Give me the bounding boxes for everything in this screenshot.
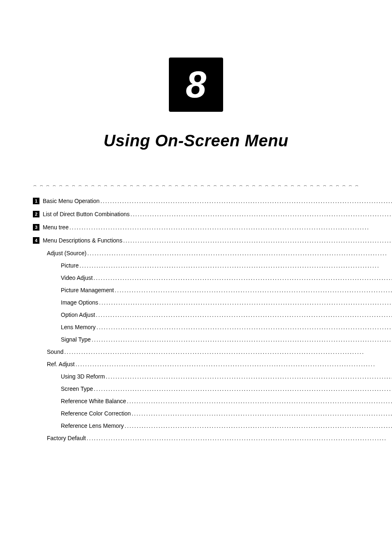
toc-leader-dots	[115, 287, 392, 293]
toc-section-number-badge: 3	[33, 224, 39, 231]
toc-entry-label: 2 List of Direct Button Combinations	[33, 211, 130, 217]
toc-entry-text: Option Adjust	[61, 312, 95, 318]
toc-entry-label: Lens Memory	[61, 324, 96, 330]
toc-entry-label: Screen Type	[61, 386, 93, 392]
toc-row: Reference Lens Memory 8-13	[33, 423, 392, 429]
toc-leader-dots	[96, 312, 392, 318]
toc-entry-text: Menu tree	[43, 224, 69, 231]
toc-row: Adjust (Source) 8-8	[33, 250, 392, 256]
toc-row: Ref. Adjust 8-12	[33, 361, 392, 367]
toc-entry-text: Reference Lens Memory	[61, 422, 124, 429]
toc-entry-label: 4 Menu Descriptions & Functions	[33, 237, 122, 244]
toc-row: Image Options 8-10	[33, 300, 392, 305]
toc-entry-text: Reference White Balance	[61, 398, 126, 404]
toc-entry-label: Picture Management	[61, 287, 114, 293]
chapter-number: 8	[186, 64, 206, 106]
toc-section-number-badge: 4	[33, 237, 39, 244]
toc-entry-label: Reference Color Correction	[61, 411, 131, 416]
toc-entry-label: Image Options	[61, 300, 98, 305]
toc-entry-label: Sound	[47, 349, 63, 355]
toc-leader-dots	[100, 198, 392, 204]
toc-entry-text: Lens Memory	[61, 324, 96, 330]
toc-entry-label: Signal Type	[61, 337, 91, 342]
toc-entry-text: Picture	[61, 262, 79, 269]
toc-row: Lens Memory 8-11	[33, 324, 392, 330]
toc-leader-dots	[123, 238, 392, 243]
toc-leader-dots	[99, 300, 392, 305]
toc-leader-dots	[94, 386, 392, 392]
toc-entry-label: Using 3D Reform	[61, 374, 105, 379]
toc-row: 3 Menu tree 8-4	[33, 224, 392, 231]
toc-entry-text: Adjust (Source)	[47, 250, 86, 256]
toc-row: Reference Color Correction 8-12	[33, 411, 392, 416]
toc-row: Picture Management 8-9	[33, 287, 392, 293]
toc-row: Reference White Balance 8-12	[33, 398, 392, 404]
toc-row: Sound 8-11	[33, 349, 392, 355]
toc-column-left: 1 Basic Menu Operation 8-22 List of Dire…	[33, 198, 392, 448]
toc-row: Using 3D Reform 8-12	[33, 374, 392, 379]
toc-entry-text: Picture Management	[61, 287, 114, 293]
toc-leader-dots	[87, 435, 392, 441]
toc-entry-text: Sound	[47, 349, 63, 355]
toc-entry-label: Reference Lens Memory	[61, 423, 124, 429]
toc-entry-text: Screen Type	[61, 385, 93, 392]
toc-columns: 1 Basic Menu Operation 8-22 List of Dire…	[33, 198, 359, 448]
toc-entry-label: Picture	[61, 263, 79, 268]
toc-row: 4 Menu Descriptions & Functions 8-7	[33, 237, 392, 244]
toc-row: Picture 8-8	[33, 263, 392, 268]
toc-leader-dots	[92, 337, 392, 342]
toc-entry-text: List of Direct Button Combinations	[43, 211, 130, 217]
toc-row: Option Adjust 8-10	[33, 312, 392, 318]
toc-entry-label: Ref. Adjust	[47, 361, 75, 367]
toc-leader-dots	[131, 211, 392, 217]
toc-row: Factory Default 8-13	[33, 435, 392, 441]
toc-leader-dots	[80, 263, 392, 268]
toc-row: 2 List of Direct Button Combinations 8-3	[33, 211, 392, 217]
chapter-title: Using On-Screen Menu	[33, 132, 359, 150]
toc-entry-label: Reference White Balance	[61, 398, 126, 404]
toc-leader-dots	[69, 224, 392, 230]
toc-entry-text: Menu Descriptions & Functions	[43, 237, 122, 244]
toc-entry-label: Video Adjust	[61, 275, 93, 281]
toc-leader-dots	[97, 324, 392, 330]
toc-row: Signal Type 8-11	[33, 337, 392, 342]
toc-entry-text: Ref. Adjust	[47, 361, 75, 367]
toc-leader-dots	[125, 423, 392, 429]
toc-entry-label: 3 Menu tree	[33, 224, 69, 231]
toc-leader-dots	[127, 398, 392, 404]
toc-leader-dots	[87, 250, 392, 256]
toc-entry-label: Factory Default	[47, 435, 86, 441]
toc-entry-label: Adjust (Source)	[47, 250, 86, 256]
divider-dots: ○○○○○○○○○○○○○○○○○○○○○○○○○○○○○○○○○○○○○○○○…	[33, 183, 359, 186]
toc-row: 1 Basic Menu Operation 8-2	[33, 198, 392, 204]
toc-entry-text: Reference Color Correction	[61, 410, 131, 417]
page: 8 Using On-Screen Menu ○○○○○○○○○○○○○○○○○…	[0, 58, 392, 554]
toc-row: Video Adjust 8-8	[33, 275, 392, 281]
toc-entry-text: Signal Type	[61, 336, 91, 343]
toc-row: Screen Type 8-12	[33, 386, 392, 392]
toc-entry-text: Basic Menu Operation	[43, 198, 100, 204]
toc-entry-label: 1 Basic Menu Operation	[33, 198, 99, 204]
toc-entry-text: Image Options	[61, 299, 98, 306]
toc-leader-dots	[64, 349, 392, 355]
toc-entry-text: Factory Default	[47, 435, 86, 441]
toc-entry-text: Video Adjust	[61, 275, 93, 281]
toc-leader-dots	[106, 374, 392, 379]
toc-entry-text: Using 3D Reform	[61, 373, 105, 380]
toc-section-number-badge: 2	[33, 211, 39, 217]
toc-leader-dots	[94, 275, 392, 281]
toc-leader-dots	[131, 411, 392, 416]
toc-section-number-badge: 1	[33, 198, 39, 204]
toc-entry-label: Option Adjust	[61, 312, 95, 318]
toc-leader-dots	[76, 361, 392, 367]
chapter-number-box: 8	[169, 58, 223, 112]
